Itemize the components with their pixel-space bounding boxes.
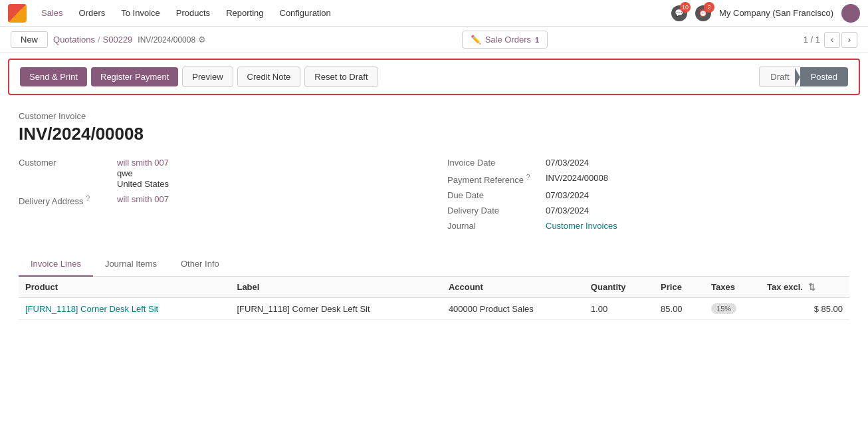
tax-excl-cell: $ 85.00 [760,298,849,320]
info-right: Invoice Date 07/03/2024 Payment Referenc… [447,158,849,236]
user-avatar[interactable] [841,4,860,23]
tax-badge: 15% [711,303,736,314]
breadcrumb-bar: New Quotations / S00229 INV/2024/00008 ⚙… [0,27,868,53]
invoice-table: Product Label Account Quantity Price Tax… [19,277,849,320]
delivery-date-label: Delivery Date [447,206,540,216]
col-product: Product [19,277,230,298]
col-price: Price [654,277,705,298]
col-taxes: Taxes [705,277,760,298]
app-logo[interactable] [8,4,27,23]
status-posted[interactable]: Posted [800,67,848,86]
breadcrumb-middle: ✏️ Sale Orders 1 [211,31,798,49]
nav-products[interactable]: Products [169,4,217,22]
sale-orders-button[interactable]: ✏️ Sale Orders 1 [462,31,548,49]
breadcrumb: Quotations / S00229 [53,35,132,45]
delivery-date-row: Delivery Date 07/03/2024 [447,206,849,216]
journal-value[interactable]: Customer Invoices [546,221,617,231]
breadcrumb-separator: / [98,35,100,45]
tab-other-info[interactable]: Other Info [169,252,231,277]
delivery-address-row: Delivery Address ? will smith 007 [19,194,421,206]
delivery-address-value[interactable]: will smith 007 [117,194,169,204]
status-draft[interactable]: Draft [759,67,800,87]
customer-company: qwe [117,168,169,178]
company-name[interactable]: My Company (San Francisco) [719,8,833,18]
taxes-cell: 15% [705,298,760,320]
action-bar: Send & Print Register Payment Preview Cr… [8,59,860,95]
info-grid: Customer will smith 007 qwe United State… [19,158,849,236]
edit-icon: ✏️ [471,35,481,45]
customer-name[interactable]: will smith 007 [117,158,169,168]
clock-badge: 2 [704,2,714,13]
nav-right-section: 💬 10 ⏰ 2 My Company (San Francisco) [671,4,860,23]
price-cell: 85.00 [654,298,705,320]
journal-row: Journal Customer Invoices [447,221,849,231]
info-left: Customer will smith 007 qwe United State… [19,158,421,236]
invoice-date-row: Invoice Date 07/03/2024 [447,158,849,168]
payment-ref-tooltip: ? [526,173,530,181]
messages-icon-wrap[interactable]: 💬 10 [671,5,687,21]
invoice-date-value: 07/03/2024 [546,158,589,168]
main-content: Customer Invoice INV/2024/00008 Customer… [0,100,868,331]
product-cell[interactable]: [FURN_1118] Corner Desk Left Sit [19,298,230,320]
messages-badge: 10 [680,2,691,13]
col-label: Label [230,277,441,298]
col-account: Account [442,277,584,298]
col-quantity: Quantity [584,277,654,298]
reset-to-draft-button[interactable]: Reset to Draft [304,67,378,87]
account-cell: 400000 Product Sales [442,298,584,320]
journal-label: Journal [447,221,540,231]
breadcrumb-child[interactable]: S00229 [103,35,133,45]
col-tax-excl: Tax excl. ⇅ [760,277,849,298]
pagination-label: 1 / 1 [804,35,820,45]
tab-journal-items[interactable]: Journal Items [93,252,169,277]
top-navigation: Sales Orders To Invoice Products Reporti… [0,0,868,27]
invoice-type-label: Customer Invoice [19,111,849,121]
sale-orders-count: 1 [535,36,539,44]
nav-sales[interactable]: Sales [35,4,70,22]
send-print-button[interactable]: Send & Print [20,67,87,86]
next-arrow[interactable]: › [841,32,857,48]
prev-arrow[interactable]: ‹ [824,32,840,48]
label-cell: [FURN_1118] Corner Desk Left Sit [230,298,441,320]
due-date-value: 07/03/2024 [546,190,589,200]
settings-icon[interactable]: ⚙ [198,35,206,45]
breadcrumb-quotations[interactable]: Quotations [53,35,95,45]
payment-ref-label: Payment Reference ? [447,173,540,185]
due-date-row: Due Date 07/03/2024 [447,190,849,200]
new-button[interactable]: New [11,31,48,48]
tab-invoice-lines[interactable]: Invoice Lines [19,252,93,277]
quantity-cell: 1.00 [584,298,654,320]
tabs: Invoice Lines Journal Items Other Info [19,252,849,277]
breadcrumb-invoice-number: INV/2024/00008 [138,35,195,45]
customer-country: United States [117,179,169,189]
customer-row: Customer will smith 007 qwe United State… [19,158,421,189]
nav-reporting[interactable]: Reporting [219,4,270,22]
table-row: [FURN_1118] Corner Desk Left Sit [FURN_1… [19,298,849,320]
delivery-date-value: 07/03/2024 [546,206,589,216]
breadcrumb-sub: INV/2024/00008 ⚙ [138,35,206,45]
nav-to-invoice[interactable]: To Invoice [114,4,167,22]
column-settings-icon[interactable]: ⇅ [808,282,815,292]
clock-icon-wrap[interactable]: ⏰ 2 [695,5,711,21]
nav-arrows: ‹ › [824,32,857,48]
nav-orders[interactable]: Orders [72,4,112,22]
due-date-label: Due Date [447,190,540,200]
breadcrumb-right: 1 / 1 ‹ › [804,32,857,48]
register-payment-button[interactable]: Register Payment [91,67,178,86]
sale-orders-label: Sale Orders [485,35,531,45]
customer-label: Customer [19,158,112,168]
nav-configuration[interactable]: Configuration [273,4,338,22]
preview-button[interactable]: Preview [182,67,233,87]
customer-value-block: will smith 007 qwe United States [117,158,169,189]
tooltip-icon: ? [86,194,90,202]
status-bar: Draft Posted [759,67,848,87]
payment-ref-row: Payment Reference ? INV/2024/00008 [447,173,849,185]
payment-ref-value: INV/2024/00008 [546,173,608,183]
credit-note-button[interactable]: Credit Note [237,67,301,87]
delivery-address-label: Delivery Address ? [19,194,112,206]
invoice-date-label: Invoice Date [447,158,540,168]
invoice-number: INV/2024/00008 [19,124,849,144]
